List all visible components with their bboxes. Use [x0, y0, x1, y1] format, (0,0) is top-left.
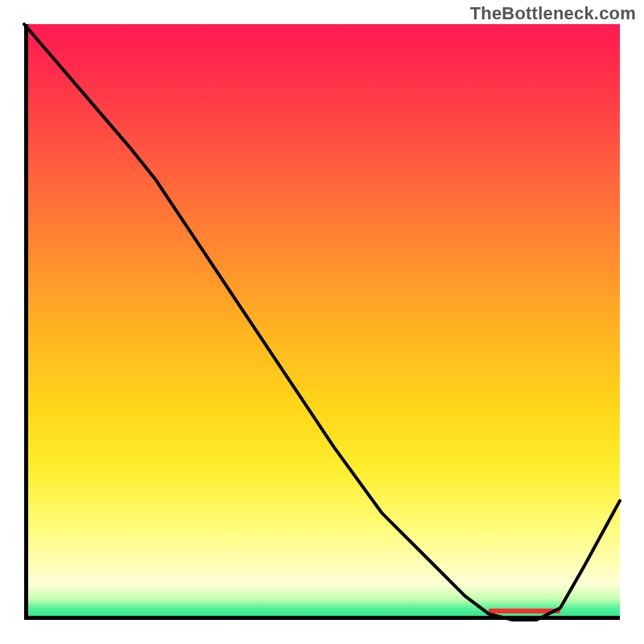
chart-stage: TheBottleneck.com — [0, 0, 644, 644]
bottleneck-curve — [24, 24, 620, 620]
chart-box — [24, 24, 620, 620]
watermark-text: TheBottleneck.com — [470, 3, 636, 24]
curve-path — [24, 24, 620, 620]
axis-x — [24, 616, 620, 620]
axis-y — [24, 24, 28, 620]
